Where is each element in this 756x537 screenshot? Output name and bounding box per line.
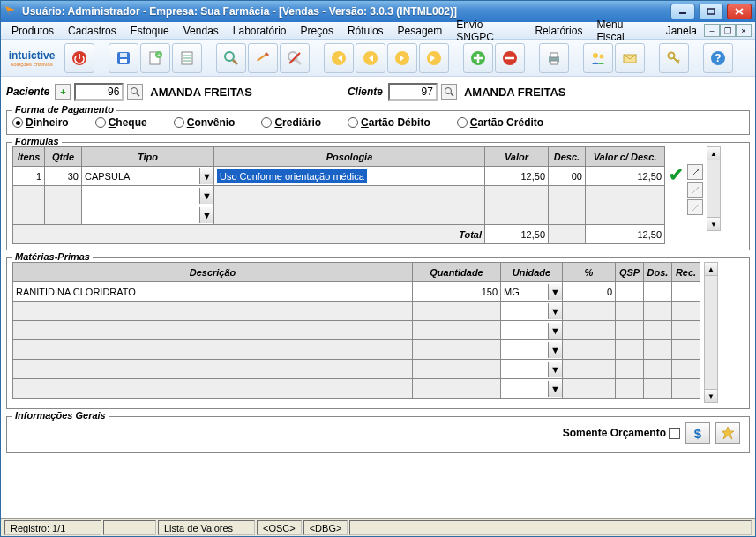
menu-relatorios[interactable]: Relatórios (528, 23, 589, 39)
svg-point-33 (600, 54, 604, 58)
tipo-dropdown-icon[interactable]: ▼ (199, 188, 213, 204)
confirm-icon[interactable]: ✔ (669, 164, 684, 185)
mcell-un[interactable]: MG▼ (501, 282, 563, 302)
last-record-button[interactable] (419, 43, 449, 73)
minimize-button[interactable] (670, 4, 695, 19)
delete-record-button[interactable] (495, 43, 525, 73)
users-button[interactable] (583, 43, 613, 73)
print-button[interactable] (539, 43, 569, 73)
payment-option-cartão-crédito[interactable]: Cartão Crédito (457, 116, 543, 129)
materias-legend: Matérias-Primas (12, 251, 93, 262)
row-action-2-button[interactable] (687, 182, 703, 198)
mcell-qsp[interactable] (616, 282, 644, 302)
scroll-up-icon[interactable]: ▲ (707, 147, 720, 160)
mcol-rec: Rec. (672, 263, 700, 282)
menu-pesagem[interactable]: Pesagem (391, 23, 450, 39)
unidade-dropdown-icon[interactable]: ▼ (548, 362, 562, 377)
formula-row[interactable]: 1 30 CAPSULA ▼ Uso Conforme orientação m… (13, 167, 665, 186)
payment-option-convênio[interactable]: Convênio (174, 116, 236, 129)
mdi-minimize-button[interactable]: – (704, 24, 720, 37)
scroll-down-icon[interactable]: ▼ (705, 389, 717, 402)
cell-desc[interactable]: 00 (549, 167, 586, 186)
keys-button[interactable] (659, 43, 689, 73)
next-record-button[interactable] (387, 43, 417, 73)
cell-valor-desc[interactable]: 12,50 (586, 167, 665, 186)
clear-search-button[interactable] (280, 43, 310, 73)
mcol-pct: % (563, 263, 616, 282)
prev-record-button[interactable] (356, 43, 385, 73)
cell-qtde[interactable]: 30 (45, 167, 82, 186)
scroll-up-icon[interactable]: ▲ (705, 263, 717, 276)
first-record-button[interactable] (324, 43, 354, 73)
somente-orcamento-checkbox[interactable]: Somente Orçamento (563, 427, 680, 439)
new-doc-button[interactable]: + (140, 43, 170, 73)
client-id-input[interactable] (388, 83, 438, 101)
maximize-button[interactable] (699, 4, 723, 19)
svg-point-32 (593, 53, 598, 58)
menu-vendas[interactable]: Vendas (176, 23, 226, 39)
radio-icon (174, 117, 184, 128)
add-record-button[interactable] (463, 43, 493, 73)
search-button[interactable] (216, 43, 246, 73)
close-button[interactable] (727, 4, 752, 19)
patient-id-input[interactable] (74, 83, 124, 101)
search-patient-button[interactable] (127, 84, 143, 100)
menu-produtos[interactable]: Produtos (4, 23, 61, 39)
formulas-scrollbar[interactable]: ▲ ▼ (707, 146, 721, 231)
menu-rotulos[interactable]: Rótulos (341, 23, 391, 39)
save-button[interactable] (109, 43, 138, 73)
row-action-3-button[interactable] (687, 199, 703, 215)
client-name: AMANDA FREITAS (460, 86, 566, 99)
materias-scrollbar[interactable]: ▲ ▼ (704, 262, 718, 403)
search-client-button[interactable] (441, 84, 457, 100)
materia-row[interactable]: RANITIDINA CLORIDRATO 150 MG▼ 0 (13, 282, 700, 302)
mdi-close-button[interactable]: × (736, 24, 752, 37)
svg-line-42 (692, 169, 699, 175)
payment-option-cartão-débito[interactable]: Cartão Débito (348, 116, 430, 129)
mcol-qtd: Quantidade (413, 263, 501, 282)
menu-laboratorio[interactable]: Laboratório (226, 23, 294, 39)
svg-marker-48 (722, 427, 734, 439)
cell-itens[interactable]: 1 (13, 167, 45, 186)
cell-valor[interactable]: 12,50 (485, 167, 549, 186)
svg-point-38 (131, 88, 138, 94)
total-valor-desc: 12,50 (586, 225, 665, 244)
mcell-pct[interactable]: 0 (563, 282, 616, 302)
mcell-rec[interactable] (672, 282, 700, 302)
mcell-desc[interactable]: RANITIDINA CLORIDRATO (13, 282, 413, 302)
tipo-dropdown-icon[interactable]: ▼ (199, 207, 213, 223)
svg-rect-18 (257, 54, 266, 62)
menu-janela[interactable]: Janela (659, 23, 704, 39)
tipo-dropdown-icon[interactable]: ▼ (199, 168, 213, 184)
currency-button[interactable]: $ (685, 422, 710, 444)
payment-option-crediário[interactable]: Crediário (261, 116, 321, 129)
scroll-down-icon[interactable]: ▼ (707, 217, 720, 230)
menu-cadastros[interactable]: Cadastros (61, 23, 124, 39)
cell-tipo[interactable]: CAPSULA ▼ (82, 167, 214, 186)
radio-icon (261, 117, 272, 128)
svg-line-39 (137, 93, 139, 96)
unidade-dropdown-icon[interactable]: ▼ (548, 284, 562, 300)
mcell-dos[interactable] (644, 282, 672, 302)
total-valor: 12,50 (485, 225, 549, 244)
edit-button[interactable] (248, 43, 278, 73)
power-button[interactable] (64, 43, 94, 73)
star-button[interactable] (715, 422, 740, 444)
payment-option-dinheiro[interactable]: Dinheiro (12, 116, 69, 129)
cell-posologia[interactable]: Uso Conforme orientação médica (214, 167, 485, 186)
menu-estoque[interactable]: Estoque (124, 23, 176, 39)
unidade-dropdown-icon[interactable]: ▼ (548, 342, 562, 358)
menu-precos[interactable]: Preços (294, 23, 341, 39)
row-action-1-button[interactable] (687, 164, 703, 180)
mail-button[interactable] (615, 43, 645, 73)
add-patient-button[interactable]: + (55, 84, 71, 100)
doc-list-button[interactable] (172, 43, 202, 73)
payment-option-cheque[interactable]: Cheque (95, 116, 147, 129)
unidade-dropdown-icon[interactable]: ▼ (548, 303, 562, 319)
help-button[interactable]: ? (703, 43, 733, 73)
unidade-dropdown-icon[interactable]: ▼ (548, 381, 562, 397)
mdi-restore-button[interactable]: ❐ (720, 24, 736, 37)
mcell-qtd[interactable]: 150 (413, 282, 501, 302)
unidade-dropdown-icon[interactable]: ▼ (548, 323, 562, 339)
app-icon (4, 4, 19, 19)
